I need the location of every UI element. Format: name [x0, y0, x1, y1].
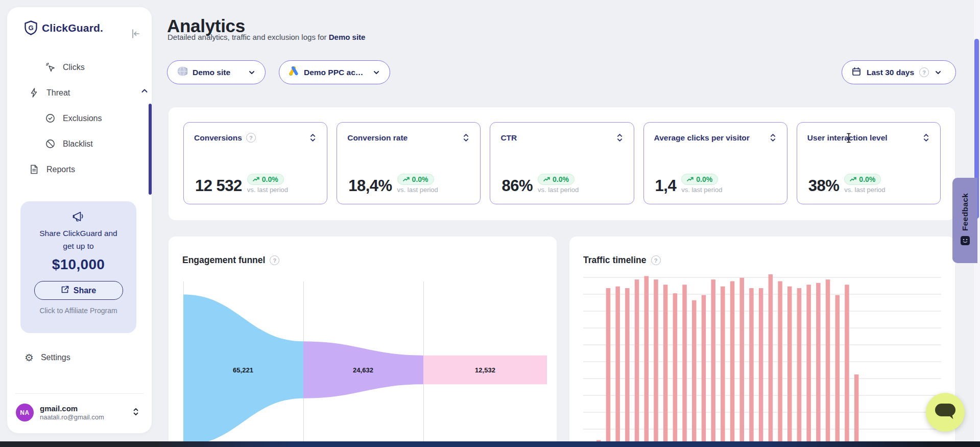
cursor-click-icon [45, 62, 56, 73]
sidebar-item-label: Clicks [63, 63, 85, 72]
sidebar-item-label: Blacklist [63, 139, 93, 149]
kpi-caption: vs. last period [247, 186, 288, 194]
chevron-up-icon[interactable] [140, 86, 149, 98]
delta-badge: 0.0% [844, 174, 881, 185]
megaphone-icon [20, 201, 136, 225]
chevron-up-down-icon [132, 407, 139, 418]
kpi-caption: vs. last period [397, 186, 438, 194]
trend-up-icon [403, 177, 410, 182]
kpi-panel: Conversions ? 12 532 0.0% vs. last perio… [169, 107, 955, 220]
help-icon[interactable]: ? [919, 67, 929, 77]
kpi-value: 12 532 [195, 178, 242, 194]
help-icon[interactable]: ? [246, 133, 256, 143]
engagement-funnel-chart: 65,22124,63212,532 [183, 281, 548, 447]
site-selector-value: Demo site [193, 68, 230, 77]
traffic-bar [740, 278, 745, 447]
sidebar-item-clicks[interactable]: Clicks [45, 62, 85, 73]
traffic-bar [711, 279, 715, 447]
kpi-value: 86% [501, 178, 533, 194]
delta-badge: 0.0% [397, 174, 434, 185]
kpi-card-average-clicks: Average clicks per visitor 1,4 0.0% vs. … [643, 122, 787, 204]
traffic-bar [769, 274, 773, 447]
kpi-value: 38% [808, 178, 840, 194]
sidebar-item-settings[interactable]: ⚙ Settings [25, 352, 70, 363]
feedback-label: Feedback [961, 193, 970, 231]
chevron-down-icon [934, 68, 942, 77]
traffic-timeline-chart [583, 271, 941, 447]
sort-icon[interactable] [616, 133, 624, 143]
feedback-smiley-icon [960, 236, 970, 248]
funnel-stage-value: 65,221 [233, 366, 253, 374]
funnel-stage-value: 24,632 [353, 366, 373, 374]
sort-icon[interactable] [462, 133, 470, 143]
traffic-bar [854, 374, 859, 447]
clickguard-shield-icon: G [24, 20, 38, 35]
external-link-icon [61, 285, 69, 296]
traffic-bar [692, 300, 697, 447]
traffic-bar [625, 288, 630, 447]
date-range-value: Last 30 days [867, 68, 914, 77]
kpi-label: User interaction level [807, 133, 888, 143]
site-selector[interactable]: Demo site [167, 60, 266, 84]
date-range-selector[interactable]: Last 30 days ? [842, 60, 956, 84]
sidebar-collapse-icon[interactable] [129, 28, 142, 41]
gear-icon: ⚙ [25, 352, 34, 363]
traffic-timeline-panel: Traffic timeline ? [569, 237, 955, 447]
traffic-bar [682, 285, 687, 447]
funnel-stage-value: 12,532 [475, 366, 495, 374]
traffic-bar [749, 288, 754, 447]
account-switcher[interactable]: NA gmail.com naatali.ro@gmail.com [16, 404, 144, 421]
share-card-amount: $10,000 [20, 256, 136, 273]
feedback-tab[interactable]: Feedback [952, 178, 977, 263]
trend-up-icon [687, 177, 694, 182]
kpi-label: Conversions [194, 133, 242, 143]
kpi-caption: vs. last period [538, 186, 579, 194]
traffic-bar [806, 285, 811, 447]
ppc-account-selector[interactable]: Demo PPC ac… [279, 60, 390, 84]
sidebar: G ClickGuard. Clicks Threat [7, 7, 152, 433]
sidebar-divider [15, 393, 144, 394]
delta-badge: 0.0% [681, 174, 718, 185]
kpi-label: Conversion rate [347, 133, 408, 143]
sidebar-item-exclusions[interactable]: Exclusions [45, 113, 102, 124]
brand-logo: G ClickGuard. [24, 20, 103, 35]
traffic-bar [673, 293, 678, 447]
delta-badge: 0.0% [247, 174, 284, 185]
sort-icon[interactable] [309, 133, 317, 143]
traffic-bar [654, 279, 658, 447]
affiliate-share-card[interactable]: Share ClickGuard and get up to $10,000 S… [20, 201, 136, 333]
share-button-label: Share [74, 286, 96, 295]
globe-icon [177, 66, 187, 79]
sidebar-item-label: Reports [46, 165, 75, 174]
traffic-bar [635, 279, 639, 447]
sidebar-item-reports[interactable]: Reports [29, 164, 75, 175]
chat-launcher-button[interactable] [926, 393, 965, 432]
traffic-bar [845, 285, 849, 447]
chat-bubble-icon [934, 402, 957, 422]
help-icon[interactable]: ? [651, 255, 661, 265]
help-icon[interactable]: ? [270, 255, 279, 265]
trend-up-icon [253, 177, 259, 182]
subtitle-site-name: Demo site [329, 33, 366, 41]
sort-icon[interactable] [922, 133, 930, 143]
traffic-bar [644, 276, 649, 447]
traffic-bar [730, 281, 735, 447]
avatar: NA [16, 404, 34, 421]
traffic-bar [606, 288, 611, 447]
sidebar-item-label: Settings [41, 353, 70, 362]
document-icon [29, 164, 39, 175]
kpi-caption: vs. last period [681, 186, 722, 194]
affiliate-caption: Click to Affiliate Program [20, 307, 136, 315]
ban-icon [45, 138, 56, 149]
chevron-down-icon [372, 68, 380, 77]
traffic-bar [759, 288, 763, 447]
share-button[interactable]: Share [34, 281, 123, 300]
delta-badge: 0.0% [538, 174, 575, 185]
account-email: naatali.ro@gmail.com [40, 413, 104, 421]
kpi-card-conversion-rate: Conversion rate 18,4% 0.0% vs. last peri… [337, 122, 481, 204]
kpi-card-conversions: Conversions ? 12 532 0.0% vs. last perio… [183, 122, 327, 204]
sidebar-item-threat[interactable]: Threat [29, 87, 136, 98]
sidebar-item-blacklist[interactable]: Blacklist [45, 138, 93, 149]
sort-icon[interactable] [769, 133, 777, 143]
engagement-funnel-panel: Engagement funnel ? 65,22124,63212,532 [169, 237, 557, 447]
